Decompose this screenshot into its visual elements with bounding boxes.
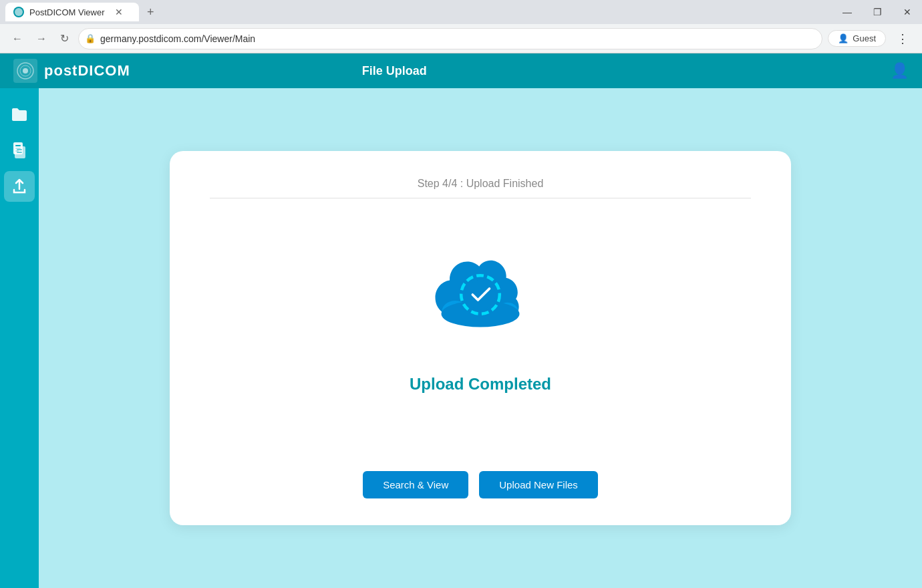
action-button-row: Search & View Upload New Files <box>363 471 598 498</box>
tab-close-button[interactable]: ✕ <box>115 7 123 17</box>
svg-point-4 <box>23 68 28 74</box>
page-title: File Upload <box>362 64 427 78</box>
user-avatar-icon[interactable]: 👤 <box>891 62 909 80</box>
svg-point-16 <box>466 280 496 310</box>
address-wrapper: 🔒 <box>78 28 822 49</box>
svg-rect-10 <box>17 149 22 150</box>
forward-button[interactable]: → <box>32 29 51 49</box>
sidebar-item-documents[interactable] <box>4 135 35 166</box>
window-controls: — ❐ ✕ <box>837 4 917 20</box>
app-header: postDICOM File Upload 👤 <box>0 53 922 88</box>
svg-rect-11 <box>17 152 22 153</box>
cloud-icon-container <box>414 241 547 348</box>
back-button[interactable]: ← <box>8 29 27 49</box>
reload-button[interactable]: ↻ <box>56 28 73 49</box>
step-header: Step 4/4 : Upload Finished <box>210 178 751 225</box>
maximize-button[interactable]: ❐ <box>868 4 887 20</box>
browser-tab[interactable]: PostDICOM Viewer ✕ <box>5 3 139 21</box>
upload-card: Step 4/4 : Upload Finished <box>170 151 791 525</box>
upload-complete-cloud-icon <box>420 245 541 345</box>
browser-titlebar: PostDICOM Viewer ✕ + — ❐ ✕ <box>0 0 922 24</box>
search-view-button[interactable]: Search & View <box>363 471 468 498</box>
more-options-button[interactable]: ⋮ <box>891 29 914 49</box>
address-bar[interactable] <box>78 28 822 49</box>
close-button[interactable]: ✕ <box>898 4 917 20</box>
guest-label: Guest <box>853 33 876 43</box>
step-divider <box>210 198 751 198</box>
app-body: Step 4/4 : Upload Finished <box>0 88 922 588</box>
svg-point-0 <box>15 8 23 16</box>
tab-favicon <box>13 7 24 17</box>
guest-user-icon: 👤 <box>838 33 849 43</box>
main-content: Step 4/4 : Upload Finished <box>39 88 922 588</box>
logo-text: postDICOM <box>44 62 130 80</box>
browser-frame: PostDICOM Viewer ✕ + — ❐ ✕ ← → ↻ 🔒 👤 Gue… <box>0 0 922 588</box>
app-logo: postDICOM <box>13 59 130 83</box>
upload-new-files-button[interactable]: Upload New Files <box>479 471 598 498</box>
tab-title: PostDICOM Viewer <box>29 7 104 17</box>
guest-button[interactable]: 👤 Guest <box>828 30 886 47</box>
sidebar-item-upload[interactable] <box>4 171 35 202</box>
logo-icon <box>13 59 37 83</box>
new-tab-button[interactable]: + <box>142 3 160 22</box>
svg-rect-6 <box>15 145 21 146</box>
sidebar <box>0 88 39 588</box>
sidebar-item-folder[interactable] <box>4 99 35 130</box>
address-lock-icon: 🔒 <box>85 33 96 43</box>
app-wrapper: postDICOM File Upload 👤 <box>0 53 922 588</box>
step-text: Step 4/4 : Upload Finished <box>210 178 751 190</box>
browser-toolbar: ← → ↻ 🔒 👤 Guest ⋮ <box>0 24 922 53</box>
minimize-button[interactable]: — <box>837 4 857 20</box>
upload-completed-text: Upload Completed <box>410 375 551 394</box>
